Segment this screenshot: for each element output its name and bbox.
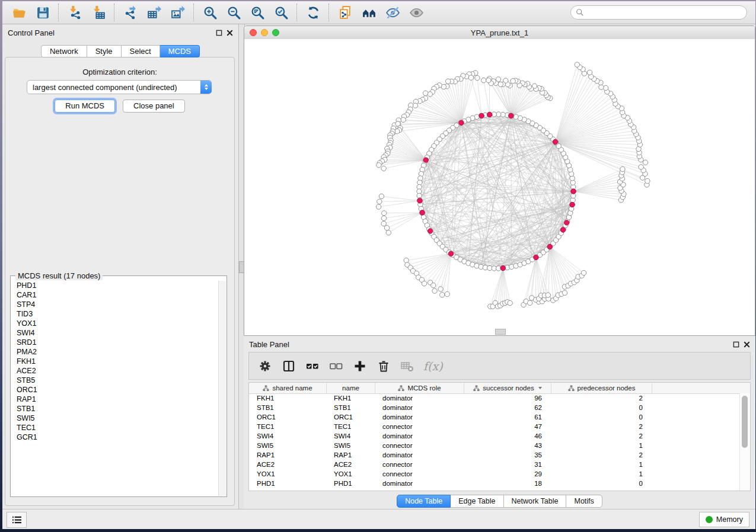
table-cell[interactable]: RAP1 <box>327 451 375 459</box>
table-cell[interactable]: SWI5 <box>249 442 327 449</box>
table-cell[interactable]: ORC1 <box>249 414 327 421</box>
table-cell[interactable]: FKH1 <box>327 395 375 402</box>
zoom-selected-button[interactable] <box>269 3 293 22</box>
network-canvas[interactable] <box>244 39 755 335</box>
table-settings-button[interactable] <box>255 356 275 376</box>
table-cell[interactable]: 61 <box>464 414 551 421</box>
mcds-result-item[interactable]: PMA2 <box>11 347 219 357</box>
export-network-button[interactable] <box>119 3 142 22</box>
tab-node-table[interactable]: Node Table <box>397 495 451 508</box>
function-builder-button[interactable]: f(x) <box>423 360 443 373</box>
float-panel-icon[interactable] <box>733 341 739 348</box>
table-row[interactable]: ORC1ORC1dominator610 <box>249 412 740 422</box>
mcds-result-item[interactable]: RAP1 <box>11 395 219 404</box>
table-cell[interactable]: TEC1 <box>327 423 375 430</box>
tab-select[interactable]: Select <box>122 45 160 57</box>
table-cell[interactable]: 1 <box>551 470 652 477</box>
table-cell[interactable]: 0 <box>551 404 652 411</box>
mcds-result-item[interactable]: SRD1 <box>11 338 219 347</box>
search-box[interactable] <box>570 5 747 20</box>
mcds-result-item[interactable]: TEC1 <box>11 423 219 432</box>
mcds-result-item[interactable]: CAR1 <box>11 290 219 300</box>
table-cell[interactable]: connector <box>375 423 464 430</box>
network-window-titlebar[interactable]: YPA_prune.txt_1 <box>244 26 755 40</box>
table-row[interactable]: SWI4SWI4dominator462 <box>249 431 740 441</box>
tab-style[interactable]: Style <box>87 45 122 57</box>
table-row[interactable]: ACE2ACE2connector311 <box>249 460 740 469</box>
table-cell[interactable]: PHD1 <box>249 480 327 487</box>
table-row[interactable]: TEC1TEC1connector472 <box>249 422 740 431</box>
run-mcds-button[interactable]: Run MCDS <box>55 100 115 113</box>
table-cell[interactable]: 0 <box>551 414 652 421</box>
table-cell[interactable]: 62 <box>464 404 551 411</box>
table-cell[interactable]: 46 <box>464 432 551 440</box>
table-cell[interactable]: ACE2 <box>327 461 375 468</box>
column-header-name[interactable]: name <box>327 383 375 393</box>
mcds-result-item[interactable]: ACE2 <box>11 366 219 376</box>
criterion-dropdown[interactable]: largest connected component (undirected) <box>27 80 212 94</box>
table-cell[interactable]: dominator <box>375 480 464 487</box>
table-cell[interactable]: 2 <box>551 423 652 430</box>
column-header-predecessor-nodes[interactable]: predecessor nodes <box>551 383 652 393</box>
zoom-in-button[interactable] <box>198 3 222 22</box>
save-session-button[interactable] <box>31 3 55 22</box>
import-network-button[interactable] <box>63 3 87 22</box>
table-cell[interactable]: PHD1 <box>327 480 375 487</box>
table-cell[interactable]: connector <box>375 470 464 477</box>
add-column-button[interactable] <box>350 356 370 376</box>
table-cell[interactable]: dominator <box>375 451 464 459</box>
table-row[interactable]: SWI5SWI5connector431 <box>249 441 740 450</box>
first-neighbors-button[interactable] <box>357 3 381 22</box>
tab-motifs[interactable]: Motifs <box>566 495 602 508</box>
export-image-button[interactable] <box>166 3 190 22</box>
table-scrollbar-thumb[interactable] <box>742 396 748 448</box>
delete-column-button[interactable] <box>374 356 394 376</box>
deselect-all-button[interactable] <box>326 356 346 376</box>
tab-mcds[interactable]: MCDS <box>160 45 200 57</box>
zoom-out-button[interactable] <box>222 3 245 22</box>
column-header-shared-name[interactable]: shared name <box>249 383 327 393</box>
table-row[interactable]: PHD1PHD1dominator180 <box>249 479 740 488</box>
zoom-fit-button[interactable] <box>245 3 269 22</box>
table-cell[interactable]: connector <box>375 461 464 468</box>
mcds-result-list[interactable]: PHD1CAR1STP4TID3YOX1SWI4SRD1PMA2FKH1ACE2… <box>11 281 219 496</box>
table-cell[interactable]: 2 <box>551 395 652 402</box>
tab-network[interactable]: Network <box>41 45 87 57</box>
table-cell[interactable]: ORC1 <box>327 414 375 421</box>
table-cell[interactable]: 2 <box>551 432 652 440</box>
table-cell[interactable]: dominator <box>375 404 464 411</box>
select-all-button[interactable] <box>302 356 323 376</box>
open-file-button[interactable] <box>7 3 31 22</box>
delete-table-button[interactable] <box>397 356 417 376</box>
table-cell[interactable]: 35 <box>464 451 551 459</box>
table-cell[interactable]: 1 <box>551 442 652 449</box>
column-header-successor-nodes[interactable]: successor nodes <box>464 383 551 393</box>
memory-button[interactable]: Memory <box>699 512 749 527</box>
close-window-traffic-light[interactable] <box>250 29 257 36</box>
search-input[interactable] <box>584 8 747 17</box>
show-all-button[interactable] <box>404 3 428 22</box>
mcds-result-item[interactable]: TID3 <box>11 309 219 319</box>
horizontal-splitter-grip[interactable] <box>495 329 506 335</box>
table-cell[interactable]: dominator <box>375 432 464 440</box>
mcds-result-item[interactable]: STP4 <box>11 300 219 309</box>
table-cell[interactable]: 47 <box>464 423 551 430</box>
table-cell[interactable]: FKH1 <box>249 395 327 402</box>
table-cell[interactable]: RAP1 <box>249 451 327 459</box>
mcds-result-item[interactable]: ORC1 <box>11 385 219 395</box>
hide-selected-button[interactable] <box>381 3 404 22</box>
show-columns-button[interactable] <box>279 356 299 376</box>
table-row[interactable]: STB1STB1dominator620 <box>249 403 740 412</box>
table-cell[interactable]: 96 <box>464 395 551 402</box>
table-cell[interactable]: STB1 <box>327 404 375 411</box>
export-table-button[interactable] <box>142 3 166 22</box>
table-cell[interactable]: dominator <box>375 414 464 421</box>
mcds-result-item[interactable]: SWI5 <box>11 414 219 423</box>
network-graph[interactable] <box>244 39 755 335</box>
table-cell[interactable]: 1 <box>551 461 652 468</box>
mcds-result-item[interactable]: STB1 <box>11 404 219 414</box>
table-cell[interactable]: 43 <box>464 442 551 449</box>
table-cell[interactable]: 2 <box>551 451 652 459</box>
table-cell[interactable]: 31 <box>464 461 551 468</box>
table-cell[interactable]: YOX1 <box>327 470 375 477</box>
